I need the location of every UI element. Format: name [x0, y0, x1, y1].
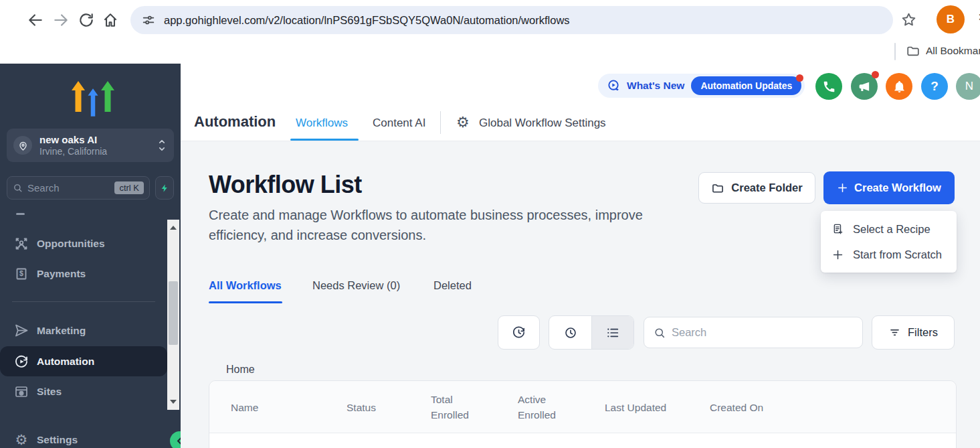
chevron-left-icon — [175, 437, 181, 445]
bookmark-star-icon[interactable] — [900, 11, 917, 28]
whats-new-icon — [606, 78, 621, 94]
global-workflow-settings-link[interactable]: Global Workflow Settings — [479, 117, 606, 130]
sidebar-item-automation[interactable]: Automation — [0, 346, 167, 376]
column-header-created-on: Created On — [710, 381, 763, 433]
payments-icon: $ — [13, 266, 29, 282]
sidebar: new oaks AI Irvine, California ctrl K Op… — [0, 64, 181, 448]
sidebar-item-label: Automation — [37, 356, 94, 368]
page-title: Automation — [194, 113, 276, 131]
browser-menu-icon[interactable]: ⋮ — [974, 12, 980, 28]
lightning-bolt-icon — [160, 183, 169, 194]
execution-logs-button[interactable] — [498, 315, 540, 350]
sidebar-item-marketing[interactable]: Marketing — [0, 316, 167, 346]
chevron-up-down-icon — [157, 138, 167, 153]
column-header-status: Status — [347, 381, 376, 433]
browser-profile-avatar[interactable]: B — [937, 5, 965, 33]
tab-all-workflows[interactable]: All Workflows — [209, 279, 282, 292]
svg-text:$: $ — [19, 269, 23, 277]
sidebar-divider — [12, 301, 155, 302]
sidebar-item-sites[interactable]: Sites — [0, 377, 167, 406]
workflow-search[interactable] — [644, 317, 863, 348]
home-icon[interactable] — [102, 11, 119, 29]
sidebar-item-payments[interactable]: $ Payments — [0, 259, 167, 289]
tab-workflows[interactable]: Workflows — [296, 117, 348, 130]
column-header-last-updated: Last Updated — [605, 381, 666, 433]
scroll-up-arrow[interactable] — [170, 226, 177, 230]
folder-icon — [711, 181, 724, 195]
whats-new-pill[interactable]: What's New Automation Updates — [598, 74, 805, 98]
workflow-search-input[interactable] — [672, 326, 839, 339]
create-workflow-menu: Select a Recipe Start from Scratch — [821, 211, 957, 273]
sidebar-scrollbar[interactable] — [167, 220, 179, 410]
menu-item-select-recipe[interactable]: Select a Recipe — [821, 216, 957, 242]
header-divider — [440, 111, 441, 134]
sidebar-item-opportunities[interactable]: Opportunities — [0, 229, 167, 258]
site-settings-icon[interactable] — [141, 13, 156, 27]
recipe-file-icon — [831, 223, 844, 236]
scroll-down-arrow[interactable] — [170, 400, 177, 404]
help-button[interactable]: ? — [921, 73, 948, 100]
create-workflow-button[interactable]: Create Workflow — [823, 171, 955, 204]
address-bar[interactable]: app.gohighlevel.com/v2/location/lnPS691g… — [130, 6, 893, 34]
user-avatar[interactable]: N — [956, 73, 980, 100]
automation-updates-badge[interactable]: Automation Updates — [691, 76, 801, 95]
avatar-initial: N — [965, 80, 973, 93]
phone-icon — [822, 80, 836, 94]
sidebar-search[interactable]: ctrl K — [7, 176, 150, 200]
sidebar-item-label: Settings — [37, 434, 78, 446]
plus-icon — [837, 182, 848, 194]
create-folder-button[interactable]: Create Folder — [698, 172, 815, 204]
clock-icon — [563, 325, 578, 340]
phone-button[interactable] — [815, 73, 842, 100]
opportunities-icon — [13, 236, 29, 252]
browser-toolbar: app.gohighlevel.com/v2/location/lnPS691g… — [0, 0, 980, 39]
tab-needs-review[interactable]: Needs Review (0) — [312, 279, 400, 292]
column-header-name: Name — [231, 381, 258, 433]
tab-content-ai[interactable]: Content AI — [373, 117, 425, 130]
view-toggle — [549, 315, 634, 350]
sidebar-search-input[interactable] — [27, 182, 94, 194]
account-location: Irvine, California — [39, 146, 157, 157]
history-clock-icon — [511, 325, 526, 340]
gear-icon: ⚙ — [13, 432, 29, 448]
column-header-total-enrolled: Total Enrolled — [431, 381, 487, 433]
whats-new-label[interactable]: What's New — [627, 80, 684, 92]
plus-icon — [831, 248, 844, 261]
account-name: new oaks AI — [39, 134, 157, 146]
sidebar-collapse-button[interactable] — [170, 431, 181, 448]
main-content: Workflow List Create and manage Workflow… — [181, 141, 980, 448]
tab-deleted[interactable]: Deleted — [433, 279, 472, 292]
menu-item-start-from-scratch[interactable]: Start from Scratch — [821, 242, 957, 267]
recent-view-button[interactable] — [549, 316, 591, 349]
column-header-active-enrolled: Active Enrolled — [518, 381, 574, 433]
sidebar-item-label: Sites — [37, 386, 62, 398]
forward-icon[interactable] — [52, 11, 70, 29]
filter-icon — [888, 326, 901, 339]
sidebar-item-settings[interactable]: ⚙ Settings — [0, 425, 167, 448]
workflow-list-title: Workflow List — [209, 171, 362, 199]
megaphone-icon — [858, 80, 872, 94]
all-bookmarks-label[interactable]: All Bookmarks — [926, 45, 980, 57]
scrollbar-thumb[interactable] — [169, 281, 178, 345]
reload-icon[interactable] — [78, 11, 95, 29]
automation-icon — [13, 354, 29, 370]
back-icon[interactable] — [27, 11, 44, 29]
active-tab-underline — [290, 139, 359, 141]
sidebar-item-label: Payments — [37, 268, 86, 280]
quick-actions-button[interactable] — [155, 176, 174, 200]
bookmarks-folder-icon[interactable] — [906, 44, 920, 58]
notifications-button[interactable] — [886, 73, 912, 100]
announcements-button[interactable] — [851, 73, 878, 100]
bell-icon — [892, 80, 906, 94]
list-view-button[interactable] — [591, 316, 633, 349]
app-header: What's New Automation Updates ? N Automa… — [181, 64, 980, 141]
list-icon — [605, 325, 620, 340]
question-mark-glyph: ? — [930, 79, 939, 94]
sidebar-item-label: Marketing — [37, 325, 86, 337]
filters-button[interactable]: Filters — [872, 315, 955, 350]
account-switcher[interactable]: new oaks AI Irvine, California — [7, 129, 174, 162]
updates-notification-dot — [796, 74, 803, 82]
breadcrumb-home[interactable]: Home — [226, 364, 255, 376]
sites-icon — [13, 384, 29, 400]
search-shortcut-badge: ctrl K — [114, 181, 144, 194]
